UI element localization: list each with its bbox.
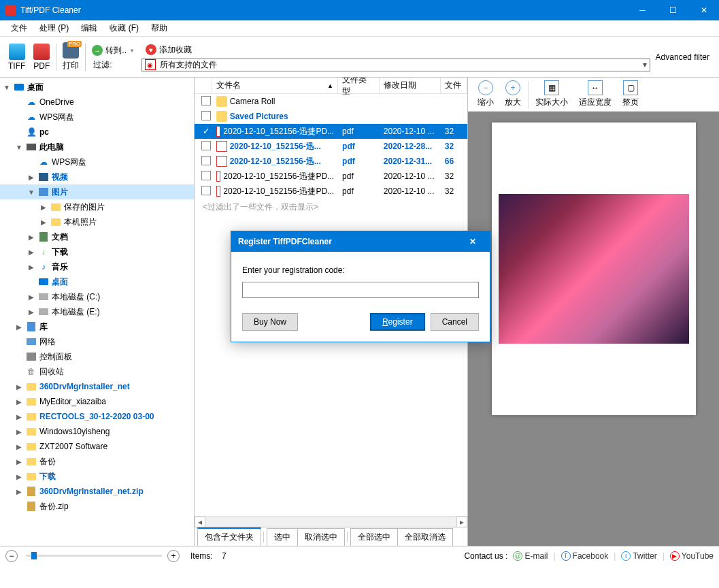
tree-item[interactable]: 桌面 [0,274,194,289]
tree-item[interactable]: ☁OneDrive [0,95,194,110]
advanced-filter-link[interactable]: Advanced filter [650,52,715,62]
expander-icon[interactable]: ▶ [27,308,35,316]
tree-item[interactable]: ☁WPS网盘 [0,110,194,125]
tree-item[interactable]: ▶本地磁盘 (C:) [0,289,194,304]
expander-icon[interactable]: ▶ [27,263,35,271]
col-size[interactable]: 文件 [441,78,467,93]
tree-item[interactable]: ▶360DrvMgrInstaller_net [0,379,194,394]
select-all-button[interactable]: 全部选中 [350,528,398,546]
tiff-button[interactable]: TIFF [4,41,29,74]
file-row[interactable]: 2020-12-10_152156-迅... pdf 2020-12-28...… [195,139,467,154]
pdf-button[interactable]: PDF [29,41,54,74]
file-row[interactable]: Saved Pictures [195,109,467,124]
tree-item[interactable]: ▶文档 [0,229,194,244]
zoom-slider[interactable] [26,555,162,557]
file-checkbox[interactable] [201,141,211,150]
menu-help[interactable]: 帮助 [146,20,173,36]
filter-note[interactable]: <过滤出了一些文件，双击显示> [195,199,467,216]
tree-item[interactable]: ▶本地磁盘 (E:) [0,304,194,319]
filter-dropdown[interactable]: ◉ 所有支持的文件 ▾ [141,59,650,71]
expander-icon[interactable]: ▶ [15,443,23,451]
file-checkbox[interactable]: ✓ [201,127,211,136]
register-button[interactable]: Register [370,313,425,331]
tree-item[interactable]: 网络 [0,334,194,349]
file-checkbox[interactable] [201,111,211,120]
file-checkbox[interactable] [201,186,211,195]
expander-icon[interactable]: ▶ [27,174,35,181]
tree-item[interactable]: ▶ZXT2007 Software [0,439,194,454]
tree-item[interactable]: ▶↓下载 [0,244,194,259]
file-row[interactable]: Camera Roll [195,94,467,109]
expander-icon[interactable]: ▼ [15,144,23,151]
scroll-right-icon[interactable]: ▸ [456,517,467,527]
tree-item[interactable]: ▶RECTOOLS_30-12-2020 03-00 [0,409,194,424]
tree-item[interactable]: 控制面板 [0,349,194,364]
facebook-link[interactable]: fFacebook [561,551,609,561]
select-button[interactable]: 选中 [267,528,298,546]
expander-icon[interactable]: ▶ [39,203,48,211]
expander-icon[interactable]: ▼ [3,84,11,91]
tree-item[interactable]: ▼此电脑 [0,140,194,154]
menu-edit[interactable]: 编辑 [76,20,103,36]
buy-now-button[interactable]: Buy Now [242,313,298,331]
tree-item[interactable]: ▶♪音乐 [0,259,194,274]
fit-page-button[interactable]: ▢整页 [618,79,643,110]
file-checkbox[interactable] [201,171,211,180]
tree-item[interactable]: 🗑回收站 [0,364,194,379]
goto-button[interactable]: → 转到.. ▼ [88,44,139,58]
file-row[interactable]: 2020-12-10_152156-迅捷PD... pdf 2020-12-10… [195,169,467,184]
add-favorite-button[interactable]: ♥ 添加收藏 [141,43,648,57]
tree-item[interactable]: ▶本机照片 [0,214,194,229]
deselect-all-button[interactable]: 全部取消选 [397,528,453,546]
tree-item[interactable]: ▶库 [0,319,194,334]
tree-item[interactable]: 备份.zip [0,499,194,514]
tree-item[interactable]: ☁WPS网盘 [0,154,194,169]
expander-icon[interactable]: ▶ [15,428,23,436]
tree-item[interactable]: ▶360DrvMgrInstaller_net.zip [0,484,194,499]
expander-icon[interactable]: ▶ [27,248,35,256]
expander-icon[interactable]: ▶ [15,488,23,495]
fit-width-button[interactable]: ↔适应宽度 [575,79,616,110]
cancel-button[interactable]: Cancel [431,313,479,331]
expander-icon[interactable]: ▶ [27,233,35,241]
close-button[interactable]: ✕ [688,0,719,20]
col-checkbox[interactable] [195,78,212,93]
menu-file[interactable]: 文件 [5,20,33,36]
youtube-link[interactable]: ▶YouTube [670,551,714,561]
tree-item[interactable]: ▶备份 [0,454,194,469]
zoom-in-button[interactable]: +放大 [501,79,525,110]
twitter-link[interactable]: tTwitter [621,551,656,561]
tree-item[interactable]: ▶视频 [0,169,194,184]
expander-icon[interactable]: ▶ [39,218,48,226]
tree-item[interactable]: ▶保存的图片 [0,199,194,214]
zoom-out-status-button[interactable]: − [5,550,18,562]
include-subfolders-button[interactable]: 包含子文件夹 [197,527,261,546]
dialog-close-button[interactable]: ✕ [463,237,483,246]
tree-item[interactable]: ▶下载 [0,469,194,484]
zoom-in-status-button[interactable]: + [167,550,180,562]
maximize-button[interactable]: ☐ [658,0,688,20]
menu-favorites[interactable]: 收藏 (F) [104,20,144,36]
tree-item[interactable]: ▶MyEditor_xiazaiba [0,394,194,409]
minimize-button[interactable]: ─ [627,0,658,20]
horizontal-scrollbar[interactable]: ◂ ▸ [195,516,467,527]
expander-icon[interactable]: ▶ [15,398,23,406]
print-button[interactable]: PRO 打印 [58,39,83,74]
tree-item[interactable]: ▼桌面 [0,80,194,95]
scroll-left-icon[interactable]: ◂ [195,517,205,527]
col-date[interactable]: 修改日期 [380,78,441,93]
preview-area[interactable] [468,112,719,546]
menu-process[interactable]: 处理 (P) [34,20,74,36]
file-checkbox[interactable] [201,96,211,105]
tree-item[interactable]: 👤pc [0,125,194,140]
file-checkbox[interactable] [201,156,211,165]
zoom-thumb[interactable] [31,552,37,559]
tree-item[interactable]: ▼图片 [0,184,194,199]
expander-icon[interactable]: ▶ [15,413,23,421]
email-link[interactable]: @E-mail [513,551,548,561]
registration-code-input[interactable] [242,282,479,298]
file-row[interactable]: ✓ 2020-12-10_152156-迅捷PD... pdf 2020-12-… [195,124,467,139]
zoom-out-button[interactable]: −缩小 [473,79,498,110]
expander-icon[interactable]: ▶ [15,383,23,391]
col-name[interactable]: 文件名▲ [212,78,338,93]
